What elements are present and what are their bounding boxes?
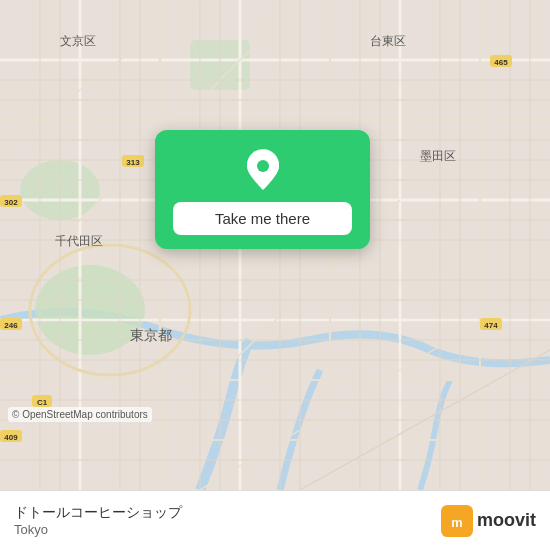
moovit-text: moovit: [477, 510, 536, 531]
place-city: Tokyo: [14, 522, 182, 537]
popup-card: Take me there: [155, 130, 370, 249]
svg-text:C1: C1: [37, 398, 48, 407]
svg-text:文京区: 文京区: [60, 34, 96, 48]
moovit-icon: m: [441, 505, 473, 537]
moovit-logo: m moovit: [441, 505, 536, 537]
svg-point-1: [35, 265, 145, 355]
svg-point-71: [257, 160, 269, 172]
svg-text:474: 474: [484, 321, 498, 330]
svg-text:302: 302: [4, 198, 18, 207]
svg-text:m: m: [451, 514, 462, 529]
svg-text:313: 313: [126, 158, 140, 167]
svg-text:409: 409: [4, 433, 18, 442]
svg-text:465: 465: [494, 58, 508, 67]
svg-text:東京都: 東京都: [130, 328, 172, 343]
location-pin-icon: [241, 148, 285, 192]
place-info: ドトールコーヒーショップ Tokyo: [14, 504, 182, 537]
svg-text:246: 246: [4, 321, 18, 330]
svg-text:台東区: 台東区: [370, 34, 406, 48]
place-name: ドトールコーヒーショップ: [14, 504, 182, 522]
take-me-there-button[interactable]: Take me there: [173, 202, 352, 235]
svg-text:墨田区: 墨田区: [420, 149, 456, 163]
bottom-bar: ドトールコーヒーショップ Tokyo m moovit: [0, 490, 550, 550]
svg-text:千代田区: 千代田区: [55, 234, 103, 248]
map-container: 313 465 302 246 409 474 C1 文京区 台東区 墨田区 千…: [0, 0, 550, 490]
copyright-notice: © OpenStreetMap contributors: [8, 407, 152, 422]
